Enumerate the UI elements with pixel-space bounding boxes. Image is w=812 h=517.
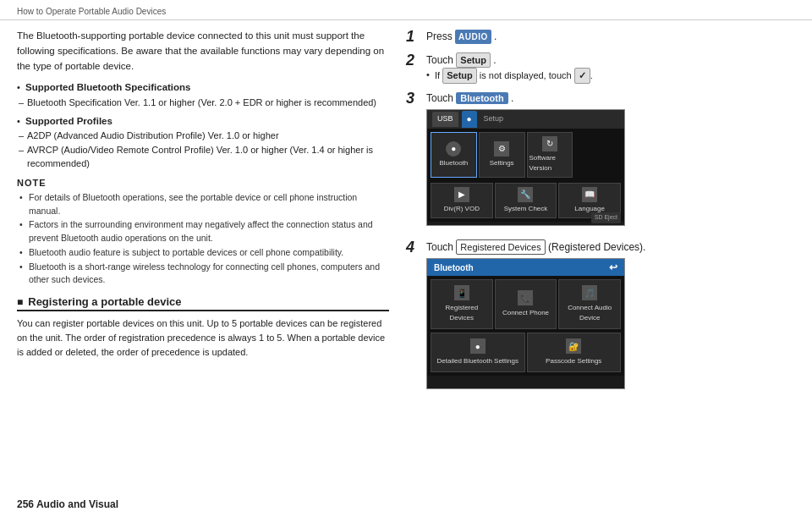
step-4-number: 4 <box>406 239 421 256</box>
right-column: 1 Press AUDIO . 2 Touch Setup . If Setup… <box>406 29 795 396</box>
step-3-content: Touch Bluetooth . USB ● Setup ● <box>426 91 795 233</box>
settings-grid-item: ⚙ Settings <box>479 132 525 178</box>
bt-grid-item: ● Bluetooth <box>431 132 477 178</box>
back-icon: ↩ <box>609 260 617 275</box>
left-column: The Bluetooth-supporting portable device… <box>17 29 389 396</box>
step-3: 3 Touch Bluetooth . USB ● Setup <box>406 91 795 233</box>
bt-screen: Bluetooth ↩ 📱 Registered Devices 📞 Conne… <box>426 258 625 389</box>
setup-badge: Setup <box>456 52 491 69</box>
check-badge: ✓ <box>574 68 590 84</box>
step-2-number: 2 <box>406 52 421 69</box>
reg-devices-label: Registered Devices <box>433 303 491 323</box>
bt-screen-title: Bluetooth <box>434 261 474 274</box>
vod-label: Div(R) VOD <box>444 204 480 214</box>
software-grid-item: ↻ Software Version <box>527 132 573 178</box>
note-item-1: For details of Bluetooth operations, see… <box>17 191 389 218</box>
settings-icon: ⚙ <box>494 141 509 157</box>
step-2-text: Touch <box>426 54 456 66</box>
step-3-text: Touch <box>426 92 456 104</box>
sd-eject-label: SD Eject <box>591 212 621 223</box>
spec-section-header: Supported Bluetooth Specifications <box>17 80 389 95</box>
profiles-title: Supported Profiles <box>25 116 112 126</box>
step-4-content: Touch Registered Devices (Registered Dev… <box>426 239 795 390</box>
step-2: 2 Touch Setup . If Setup is not displaye… <box>406 52 795 84</box>
step-2-subitem: If Setup is not displayed, touch ✓. <box>426 68 795 84</box>
vod-item: ▶ Div(R) VOD <box>431 183 493 218</box>
lang-icon: 📖 <box>582 187 597 202</box>
bt-row2: ● Detailed Bluetooth Settings 🔐 Passcode… <box>427 333 624 376</box>
passcode-label: Passcode Settings <box>546 356 601 366</box>
step-1-number: 1 <box>406 29 421 46</box>
bt-tab: ● <box>462 111 477 128</box>
setup-label: Setup <box>484 113 504 125</box>
screen-grid-1: ● Bluetooth ⚙ Settings ↻ Software Versio… <box>427 129 624 181</box>
step-1: 1 Press AUDIO . <box>406 29 795 46</box>
software-label: Software Version <box>529 153 571 173</box>
intro-paragraph: The Bluetooth-supporting portable device… <box>17 29 389 74</box>
step-3-number: 3 <box>406 91 421 107</box>
step-2-content: Touch Setup . If Setup is not displayed,… <box>426 52 795 84</box>
setup-badge-2: Setup <box>442 68 477 84</box>
bt-grid: 📱 Registered Devices 📞 Connect Phone 🎵 C… <box>427 276 624 333</box>
syscheck-icon: 🔧 <box>518 187 533 202</box>
connect-audio-item: 🎵 Connect Audio Device <box>558 279 621 329</box>
reg-devices-icon: 📱 <box>454 285 469 300</box>
profile-item-1: A2DP (Advanced Audio Distribution Profil… <box>17 129 389 143</box>
profile-item-2: AVRCP (Audio/Video Remote Control Profil… <box>17 143 389 171</box>
syscheck-label: System Check <box>504 204 548 214</box>
detailed-bt-label: Detailed Bluetooth Settings <box>436 356 518 366</box>
step-2-suffix: . <box>493 54 496 66</box>
step-1-suffix: . <box>494 30 497 42</box>
passcode-item: 🔐 Passcode Settings <box>527 333 622 372</box>
spec-item-1: Bluetooth Specification Ver. 1.1 or high… <box>17 96 389 110</box>
profiles-section-header: Supported Profiles <box>17 114 389 129</box>
detailed-bt-icon: ● <box>470 338 486 354</box>
settings-label: Settings <box>490 158 514 168</box>
screen-1: USB ● Setup ● Bluetooth ⚙ Setti <box>426 109 625 226</box>
connect-audio-label: Connect Audio Device <box>561 303 618 323</box>
connect-phone-icon: 📞 <box>518 290 533 305</box>
registered-devices-badge: Registered Devices <box>456 239 545 256</box>
detailed-bt-item: ● Detailed Bluetooth Settings <box>431 333 525 372</box>
registering-text: You can register portable devices on thi… <box>17 316 389 360</box>
vod-icon: ▶ <box>454 187 469 202</box>
footer-text: 256 Audio and Visual <box>17 498 118 510</box>
step-1-text: Press <box>426 30 455 42</box>
screen-1-topbar: USB ● Setup <box>427 110 624 129</box>
note-item-2: Factors in the surrounding environment m… <box>17 218 389 245</box>
bluetooth-spec-section: Supported Bluetooth Specifications Bluet… <box>17 80 389 109</box>
page-footer: 256 Audio and Visual <box>17 498 118 510</box>
bt-label: Bluetooth <box>439 158 468 168</box>
connect-phone-label: Connect Phone <box>502 308 549 318</box>
connect-phone-item: 📞 Connect Phone <box>495 279 557 329</box>
note-title: NOTE <box>17 178 389 188</box>
note-item-4: Bluetooth is a short-range wireless tech… <box>17 261 389 288</box>
note-item-3: Bluetooth audio feature is subject to po… <box>17 246 389 260</box>
usb-tab: USB <box>432 112 458 127</box>
bt-icon: ● <box>446 141 461 157</box>
page-header: How to Operate Portable Audio Devices <box>0 0 812 20</box>
bluetooth-badge: Bluetooth <box>456 92 508 104</box>
registering-heading: Registering a portable device <box>17 295 389 311</box>
passcode-icon: 🔐 <box>566 338 581 354</box>
note-section: NOTE For details of Bluetooth operations… <box>17 178 389 287</box>
header-text: How to Operate Portable Audio Devices <box>17 7 166 16</box>
reg-devices-item: 📱 Registered Devices <box>431 279 493 329</box>
spec-title: Supported Bluetooth Specifications <box>25 82 191 92</box>
step-3-suffix: . <box>511 92 513 104</box>
step-4-text: Touch <box>426 241 456 253</box>
bt-title-bar: Bluetooth ↩ <box>427 259 624 276</box>
profiles-section: Supported Profiles A2DP (Advanced Audio … <box>17 114 389 171</box>
syscheck-item: 🔧 System Check <box>495 183 557 218</box>
registering-heading-text: Registering a portable device <box>28 295 181 308</box>
software-icon: ↻ <box>542 136 557 151</box>
step-4-suffix: (Registered Devices). <box>548 241 645 253</box>
connect-audio-icon: 🎵 <box>582 285 597 300</box>
step-4: 4 Touch Registered Devices (Registered D… <box>406 239 795 390</box>
step-1-content: Press AUDIO . <box>426 29 795 44</box>
audio-badge: AUDIO <box>455 30 491 44</box>
